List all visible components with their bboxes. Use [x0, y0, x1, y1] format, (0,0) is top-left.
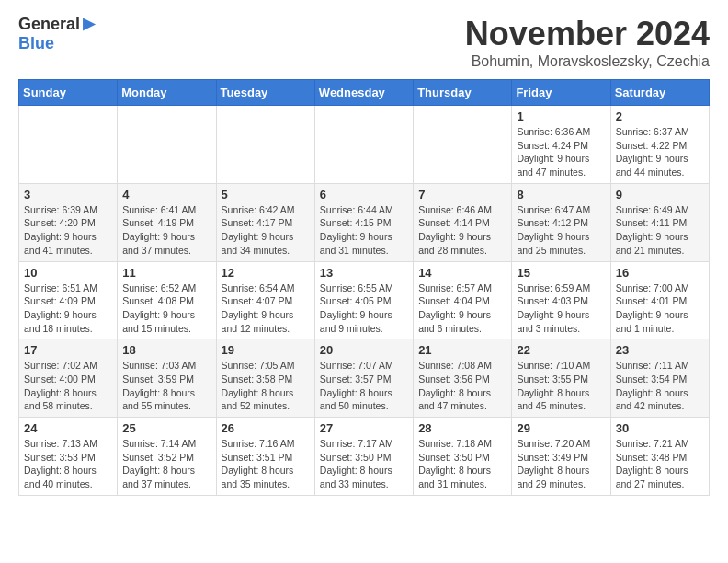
day-info: Sunrise: 7:08 AMSunset: 3:56 PMDaylight:…	[418, 359, 506, 413]
day-number: 16	[616, 266, 704, 280]
weekday-header-thursday: Thursday	[414, 80, 512, 106]
calendar-cell: 15Sunrise: 6:59 AMSunset: 4:03 PMDayligh…	[512, 261, 610, 339]
day-info: Sunrise: 6:49 AMSunset: 4:11 PMDaylight:…	[616, 203, 704, 258]
calendar-cell: 16Sunrise: 7:00 AMSunset: 4:01 PMDayligh…	[610, 261, 709, 339]
day-info: Sunrise: 7:10 AMSunset: 3:55 PMDaylight:…	[517, 359, 605, 413]
calendar-cell: 13Sunrise: 6:55 AMSunset: 4:05 PMDayligh…	[314, 261, 413, 339]
logo-general: General	[18, 15, 80, 34]
day-number: 15	[517, 266, 605, 280]
calendar-cell: 1Sunrise: 6:36 AMSunset: 4:24 PMDaylight…	[512, 106, 610, 184]
calendar-cell: 6Sunrise: 6:44 AMSunset: 4:15 PMDaylight…	[314, 183, 413, 261]
calendar-cell: 5Sunrise: 6:42 AMSunset: 4:17 PMDaylight…	[216, 183, 314, 261]
day-number: 3	[24, 188, 112, 201]
day-info: Sunrise: 6:55 AMSunset: 4:05 PMDaylight:…	[320, 282, 408, 336]
title-area: November 2024 Bohumin, Moravskoslezsky, …	[465, 15, 710, 70]
day-info: Sunrise: 7:14 AMSunset: 3:52 PMDaylight:…	[122, 437, 210, 491]
calendar-cell: 2Sunrise: 6:37 AMSunset: 4:22 PMDaylight…	[610, 106, 709, 184]
weekday-header-friday: Friday	[512, 80, 610, 106]
header: General Blue November 2024 Bohumin, Mora…	[18, 15, 710, 70]
week-row-1: 1Sunrise: 6:36 AMSunset: 4:24 PMDaylight…	[19, 106, 710, 184]
calendar-cell: 7Sunrise: 6:46 AMSunset: 4:14 PMDaylight…	[414, 183, 512, 261]
calendar-cell: 11Sunrise: 6:52 AMSunset: 4:08 PMDayligh…	[118, 261, 216, 339]
location-title: Bohumin, Moravskoslezsky, Czechia	[465, 53, 710, 70]
day-info: Sunrise: 7:00 AMSunset: 4:01 PMDaylight:…	[616, 282, 704, 336]
day-info: Sunrise: 6:57 AMSunset: 4:04 PMDaylight:…	[418, 282, 506, 336]
day-number: 21	[418, 343, 506, 357]
week-row-2: 3Sunrise: 6:39 AMSunset: 4:20 PMDaylight…	[19, 183, 710, 261]
day-info: Sunrise: 7:05 AMSunset: 3:58 PMDaylight:…	[222, 359, 310, 413]
calendar-cell: 10Sunrise: 6:51 AMSunset: 4:09 PMDayligh…	[19, 261, 118, 339]
day-number: 30	[616, 421, 704, 435]
day-number: 23	[616, 343, 704, 357]
day-number: 12	[222, 266, 310, 280]
week-row-4: 17Sunrise: 7:02 AMSunset: 4:00 PMDayligh…	[19, 339, 710, 418]
calendar-cell	[19, 106, 118, 184]
calendar-cell: 8Sunrise: 6:47 AMSunset: 4:12 PMDaylight…	[512, 183, 610, 261]
day-info: Sunrise: 6:44 AMSunset: 4:15 PMDaylight:…	[320, 203, 408, 258]
day-number: 2	[616, 109, 704, 123]
day-number: 11	[122, 266, 210, 280]
calendar-cell: 21Sunrise: 7:08 AMSunset: 3:56 PMDayligh…	[414, 339, 512, 418]
day-info: Sunrise: 6:54 AMSunset: 4:07 PMDaylight:…	[222, 282, 310, 336]
day-number: 28	[418, 421, 506, 435]
logo-blue: Blue	[18, 34, 54, 52]
day-info: Sunrise: 6:51 AMSunset: 4:09 PMDaylight:…	[24, 282, 112, 336]
day-info: Sunrise: 7:07 AMSunset: 3:57 PMDaylight:…	[320, 359, 408, 413]
day-number: 18	[122, 343, 210, 357]
calendar-cell: 3Sunrise: 6:39 AMSunset: 4:20 PMDaylight…	[19, 183, 118, 261]
calendar-cell: 4Sunrise: 6:41 AMSunset: 4:19 PMDaylight…	[118, 183, 216, 261]
day-number: 7	[418, 188, 506, 201]
day-info: Sunrise: 7:11 AMSunset: 3:54 PMDaylight:…	[616, 359, 704, 413]
calendar-cell: 18Sunrise: 7:03 AMSunset: 3:59 PMDayligh…	[118, 339, 216, 418]
logo: General Blue	[18, 15, 96, 53]
calendar-cell: 12Sunrise: 6:54 AMSunset: 4:07 PMDayligh…	[216, 261, 314, 339]
day-info: Sunrise: 7:03 AMSunset: 3:59 PMDaylight:…	[122, 359, 210, 413]
day-number: 25	[122, 421, 210, 435]
calendar-cell: 27Sunrise: 7:17 AMSunset: 3:50 PMDayligh…	[314, 418, 413, 496]
day-number: 1	[517, 109, 605, 123]
day-info: Sunrise: 7:18 AMSunset: 3:50 PMDaylight:…	[418, 437, 506, 491]
calendar-cell: 26Sunrise: 7:16 AMSunset: 3:51 PMDayligh…	[216, 418, 314, 496]
calendar-cell: 14Sunrise: 6:57 AMSunset: 4:04 PMDayligh…	[414, 261, 512, 339]
calendar-cell: 23Sunrise: 7:11 AMSunset: 3:54 PMDayligh…	[610, 339, 709, 418]
day-info: Sunrise: 7:20 AMSunset: 3:49 PMDaylight:…	[517, 437, 605, 491]
day-number: 29	[517, 421, 605, 435]
day-number: 8	[517, 188, 605, 201]
day-number: 19	[222, 343, 310, 357]
day-info: Sunrise: 7:17 AMSunset: 3:50 PMDaylight:…	[320, 437, 408, 491]
calendar-cell: 30Sunrise: 7:21 AMSunset: 3:48 PMDayligh…	[610, 418, 709, 496]
week-row-3: 10Sunrise: 6:51 AMSunset: 4:09 PMDayligh…	[19, 261, 710, 339]
day-number: 6	[320, 188, 408, 201]
day-info: Sunrise: 7:16 AMSunset: 3:51 PMDaylight:…	[222, 437, 310, 491]
day-info: Sunrise: 6:39 AMSunset: 4:20 PMDaylight:…	[24, 203, 112, 258]
day-info: Sunrise: 7:02 AMSunset: 4:00 PMDaylight:…	[24, 359, 112, 413]
day-info: Sunrise: 6:52 AMSunset: 4:08 PMDaylight:…	[122, 282, 210, 336]
calendar-cell: 28Sunrise: 7:18 AMSunset: 3:50 PMDayligh…	[414, 418, 512, 496]
day-info: Sunrise: 6:42 AMSunset: 4:17 PMDaylight:…	[222, 203, 310, 258]
weekday-header-sunday: Sunday	[19, 80, 118, 106]
day-number: 10	[24, 266, 112, 280]
calendar-cell: 19Sunrise: 7:05 AMSunset: 3:58 PMDayligh…	[216, 339, 314, 418]
weekday-header-saturday: Saturday	[610, 80, 709, 106]
day-info: Sunrise: 6:37 AMSunset: 4:22 PMDaylight:…	[616, 125, 704, 179]
day-info: Sunrise: 6:41 AMSunset: 4:19 PMDaylight:…	[122, 203, 210, 258]
day-number: 20	[320, 343, 408, 357]
week-row-5: 24Sunrise: 7:13 AMSunset: 3:53 PMDayligh…	[19, 418, 710, 496]
calendar-cell: 17Sunrise: 7:02 AMSunset: 4:00 PMDayligh…	[19, 339, 118, 418]
calendar-cell	[118, 106, 216, 184]
calendar-cell	[216, 106, 314, 184]
weekday-header-monday: Monday	[118, 80, 216, 106]
day-info: Sunrise: 6:46 AMSunset: 4:14 PMDaylight:…	[418, 203, 506, 258]
day-number: 13	[320, 266, 408, 280]
weekday-header-row: SundayMondayTuesdayWednesdayThursdayFrid…	[19, 80, 710, 106]
calendar-cell: 24Sunrise: 7:13 AMSunset: 3:53 PMDayligh…	[19, 418, 118, 496]
calendar-cell: 25Sunrise: 7:14 AMSunset: 3:52 PMDayligh…	[118, 418, 216, 496]
day-number: 27	[320, 421, 408, 435]
day-number: 26	[222, 421, 310, 435]
calendar-cell	[314, 106, 413, 184]
day-info: Sunrise: 6:36 AMSunset: 4:24 PMDaylight:…	[517, 125, 605, 179]
day-number: 9	[616, 188, 704, 201]
day-number: 24	[24, 421, 112, 435]
logo-icon	[83, 18, 96, 31]
day-info: Sunrise: 6:47 AMSunset: 4:12 PMDaylight:…	[517, 203, 605, 258]
